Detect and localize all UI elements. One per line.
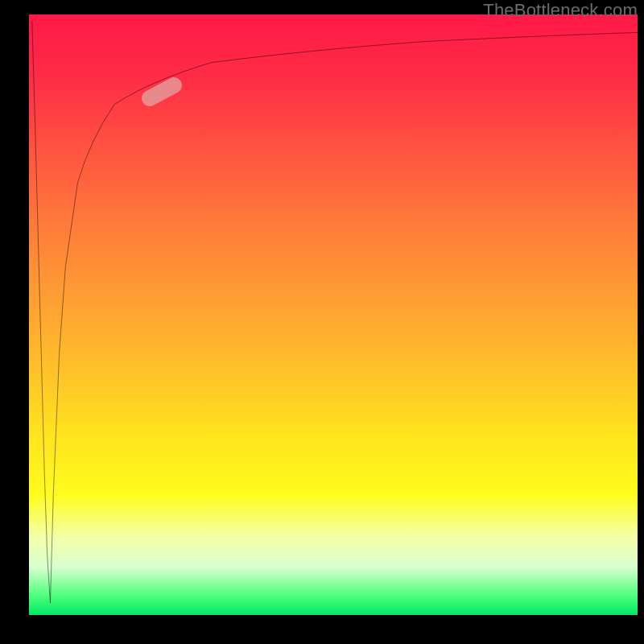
chart-stage: TheBottleneck.com (0, 0, 644, 644)
gradient-plot-area (29, 14, 638, 615)
watermark-text: TheBottleneck.com (483, 0, 638, 21)
